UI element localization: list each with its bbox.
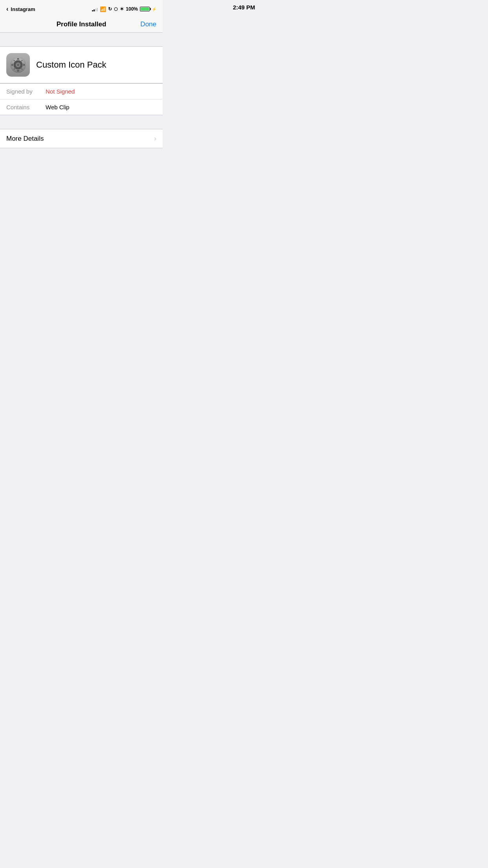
lightning-icon: ⚡ [152, 7, 156, 11]
contains-value: Web Clip [46, 104, 70, 110]
nav-bar: Profile Installed Done [0, 17, 163, 33]
status-bar-left: ‹ Instagram [6, 6, 35, 13]
status-bar-right: 📶 ↻ ⬡ ✶ 100% ⚡ [92, 6, 156, 12]
app-name-label: Instagram [11, 6, 35, 12]
back-arrow-icon: ‹ [6, 6, 8, 13]
contains-row: Contains Web Clip [0, 99, 163, 115]
contains-label: Contains [6, 104, 46, 110]
svg-point-3 [17, 64, 20, 66]
bluetooth-icon: ✶ [120, 6, 124, 12]
battery-percent: 100% [126, 6, 138, 12]
bottom-background [0, 148, 163, 305]
sync-icon: ↻ [108, 6, 112, 12]
signal-bar-4 [97, 8, 98, 11]
nav-title: Profile Installed [57, 20, 106, 28]
signed-by-value: Not Signed [46, 88, 75, 95]
top-spacer [0, 33, 163, 46]
done-button[interactable]: Done [140, 20, 156, 28]
profile-card: Custom Icon Pack [0, 46, 163, 83]
more-details-row[interactable]: More Details › [0, 129, 163, 148]
signal-bar-3 [95, 9, 96, 11]
more-details-section[interactable]: More Details › [0, 129, 163, 148]
settings-icon [6, 53, 30, 77]
wifi-icon: 📶 [100, 6, 106, 12]
signal-bar-1 [92, 10, 93, 11]
chevron-right-icon: › [154, 134, 156, 143]
profile-name: Custom Icon Pack [36, 60, 106, 70]
status-bar: ‹ Instagram 2:49 PM 📶 ↻ ⬡ ✶ 100% ⚡ [0, 0, 163, 17]
gear-svg-icon [10, 57, 26, 73]
details-section: Signed by Not Signed Contains Web Clip [0, 83, 163, 115]
signal-bars-icon [92, 7, 98, 11]
signed-by-row: Signed by Not Signed [0, 84, 163, 99]
signal-bar-2 [94, 9, 95, 11]
battery-icon [140, 7, 150, 11]
signed-by-label: Signed by [6, 88, 46, 95]
more-details-label: More Details [6, 135, 44, 143]
location-icon: ⬡ [114, 7, 118, 12]
